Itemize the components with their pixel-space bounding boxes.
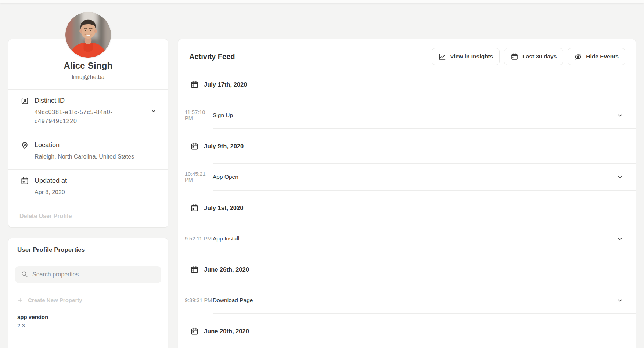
profile-field-location: Location Raleigh, North Carolina, United… [8,134,168,169]
line-chart-icon [438,53,446,61]
profile-sidebar: Alice Singh limuj@he.ba Distinct ID 49cc… [8,0,168,348]
calendar-icon [190,265,199,274]
profile-field-value: Apr 8, 2020 [35,188,157,197]
profile-field-distinct-id: Distinct ID 49cc0381-e1fc-57c5-84a0-c497… [8,89,168,134]
event-time: 9:39:31 PM [185,297,213,303]
chevron-down-icon[interactable] [617,112,623,119]
profile-field-head: Updated at [21,177,157,185]
delete-user-profile-button[interactable]: Delete User Profile [8,205,168,227]
search-icon [21,271,28,279]
calendar-icon [190,80,199,89]
button-label: Hide Events [586,53,619,60]
profile-field-value: Raleigh, North Carolina, United States [35,152,157,161]
avatar [65,12,111,58]
profile-email: limuj@he.ba [16,74,161,80]
calendar-icon [190,142,199,151]
event-name: Sign Up [213,112,233,119]
chevron-down-icon[interactable] [617,297,623,304]
feed-date-label: June 20th, 2020 [204,328,249,335]
profile-field-label: Updated at [35,177,67,185]
feed-date-header: June 26th, 2020 [178,252,636,287]
calendar-icon [511,53,518,61]
feed-date-label: July 9th, 2020 [204,143,244,150]
profile-field-label: Distinct ID [35,97,65,105]
calendar-icon [190,204,199,212]
page: Alice Singh limuj@he.ba Distinct ID 49cc… [0,0,644,348]
activity-feed-actions: View in Insights Last 30 days Hide Event… [432,48,625,65]
feed-date-label: June 26th, 2020 [204,266,249,273]
plus-icon [17,297,23,303]
search-properties-input[interactable] [32,271,155,278]
view-in-insights-button[interactable]: View in Insights [432,48,500,65]
profile-field-value: 49cc0381-e1fc-57c5-84a0-c497949c1220 [35,108,131,126]
feed-event-row[interactable]: 9:39:31 PM Download Page [178,287,636,313]
chevron-down-icon[interactable] [617,174,623,180]
profile-field-head: Distinct ID [21,97,157,105]
id-badge-icon [21,97,29,105]
profile-name: Alice Singh [16,61,161,71]
profile-field-head: Location [21,141,157,149]
feed-date-header: July 9th, 2020 [178,129,636,163]
eye-off-icon [574,53,582,61]
chevron-down-icon[interactable] [150,108,157,116]
user-profile-properties-card: User Profile Properties Create New Prope… [8,238,168,348]
property-value: 2.3 [17,322,159,329]
activity-feed-card: Activity Feed View in Insights Last 30 d… [178,39,636,348]
profile-fields: Distinct ID 49cc0381-e1fc-57c5-84a0-c497… [8,89,168,205]
feed-date-header: June 20th, 2020 [178,314,636,348]
event-name: Download Page [213,297,253,304]
feed-event-row[interactable]: 10:45:21 PM App Open [178,164,636,190]
feed-date-header: July 17th, 2020 [178,67,636,102]
activity-feed-title: Activity Feed [189,52,235,61]
divider [8,336,168,336]
feed-date-label: July 1st, 2020 [204,204,243,211]
property-list: app version 2.3 [8,311,168,336]
property-item[interactable]: app version 2.3 [8,311,168,336]
button-label: View in Insights [450,53,493,60]
hide-events-button[interactable]: Hide Events [568,48,625,65]
feed-date-label: July 17th, 2020 [204,81,247,88]
event-time: 10:45:21 PM [185,171,213,183]
location-pin-icon [21,141,29,149]
property-name: app version [17,314,159,320]
properties-title: User Profile Properties [8,238,168,260]
chevron-down-icon[interactable] [617,236,623,242]
profile-field-updated-at: Updated at Apr 8, 2020 [8,169,168,205]
calendar-icon [190,327,199,336]
profile-field-label: Location [35,141,60,149]
search-wrap [8,260,168,289]
activity-feed-header: Activity Feed View in Insights Last 30 d… [178,39,636,67]
button-label: Last 30 days [522,53,557,60]
feed-event-row[interactable]: 9:52:11 PM App Install [178,225,636,252]
event-name: App Open [213,174,238,180]
event-name: App Install [213,235,239,242]
search-properties-box[interactable] [15,266,161,283]
feed-date-header: July 1st, 2020 [178,191,636,225]
user-profile-card: Alice Singh limuj@he.ba Distinct ID 49cc… [8,39,168,228]
feed-event-row[interactable]: 11:57:10 PM Sign Up [178,102,636,128]
calendar-icon [21,177,29,185]
create-new-property-button[interactable]: Create New Property [8,289,168,311]
event-time: 11:57:10 PM [185,109,213,121]
create-new-property-label: Create New Property [28,297,82,303]
last-30-days-button[interactable]: Last 30 days [504,48,563,65]
event-time: 9:52:11 PM [185,236,213,242]
activity-feed-list: July 17th, 202011:57:10 PM Sign Up July … [178,67,636,348]
avatar-illustration [65,12,111,58]
